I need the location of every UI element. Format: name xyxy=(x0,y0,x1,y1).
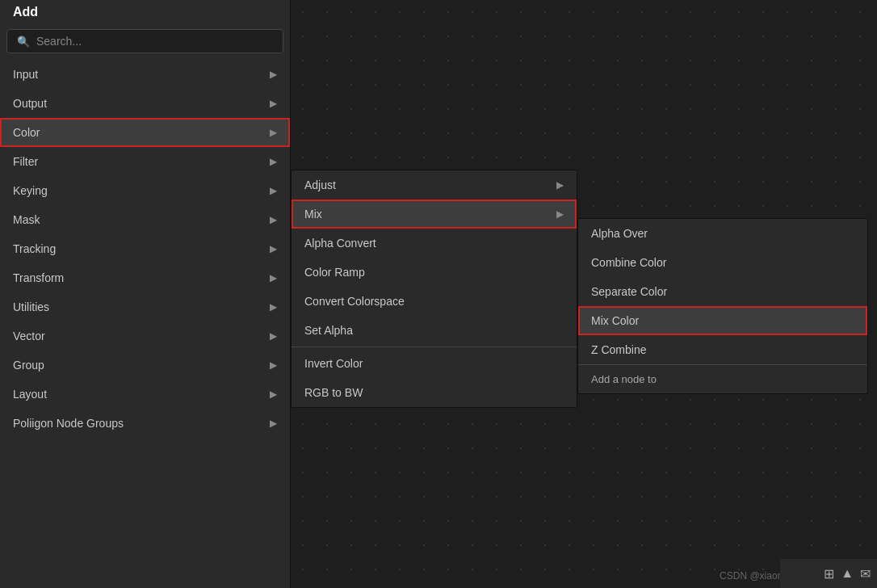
arrow-icon: ▶ xyxy=(556,179,564,191)
arrow-icon: ▶ xyxy=(270,388,277,400)
menu-item-tracking[interactable]: Tracking ▶ xyxy=(0,234,290,263)
menu-item-filter[interactable]: Filter ▶ xyxy=(0,147,290,176)
bottom-toolbar: ⊞ ▲ ✉ xyxy=(780,559,877,588)
grid-icon[interactable]: ⊞ xyxy=(824,566,834,582)
menu-item-mask[interactable]: Mask ▶ xyxy=(0,205,290,234)
submenu-item-adjust[interactable]: Adjust ▶ xyxy=(292,170,577,200)
upload-icon[interactable]: ▲ xyxy=(841,566,854,581)
arrow-icon: ▶ xyxy=(270,214,277,225)
arrow-icon: ▶ xyxy=(556,208,564,220)
mail-icon[interactable]: ✉ xyxy=(860,566,871,582)
menu-item-vector[interactable]: Vector ▶ xyxy=(0,321,290,351)
arrow-icon: ▶ xyxy=(270,156,277,167)
arrow-icon: ▶ xyxy=(270,127,277,138)
submenu-item-alpha-convert[interactable]: Alpha Convert xyxy=(292,229,577,258)
submenu-item-alpha-over[interactable]: Alpha Over xyxy=(578,219,867,248)
submenu-item-convert-colorspace[interactable]: Convert Colorspace xyxy=(292,287,577,316)
arrow-icon: ▶ xyxy=(270,330,277,342)
arrow-icon: ▶ xyxy=(270,418,277,429)
submenu-item-mix[interactable]: Mix ▶ xyxy=(292,200,577,229)
menu-item-keying[interactable]: Keying ▶ xyxy=(0,176,290,205)
tooltip-text: Add a node to xyxy=(578,364,867,393)
submenu-item-invert-color[interactable]: Invert Color xyxy=(292,349,577,378)
arrow-icon: ▶ xyxy=(270,98,277,109)
mix-submenu: Alpha Over Combine Color Separate Color … xyxy=(577,218,868,394)
arrow-icon: ▶ xyxy=(270,359,277,371)
menu-item-output[interactable]: Output ▶ xyxy=(0,89,290,118)
arrow-icon: ▶ xyxy=(270,301,277,313)
color-submenu: Adjust ▶ Mix ▶ Alpha Convert Color Ramp … xyxy=(291,170,577,408)
menu-item-group[interactable]: Group ▶ xyxy=(0,351,290,380)
arrow-icon: ▶ xyxy=(270,185,277,196)
submenu-item-separate-color[interactable]: Separate Color xyxy=(578,277,867,306)
menu-item-input[interactable]: Input ▶ xyxy=(0,60,290,89)
arrow-icon: ▶ xyxy=(270,243,277,254)
submenu-item-combine-color[interactable]: Combine Color xyxy=(578,248,867,277)
submenu-item-z-combine[interactable]: Z Combine xyxy=(578,335,867,364)
menu-item-transform[interactable]: Transform ▶ xyxy=(0,263,290,292)
submenu-item-set-alpha[interactable]: Set Alpha xyxy=(292,316,577,345)
main-menu-panel: Add 🔍 Search... Input ▶ Output ▶ Color ▶… xyxy=(0,0,291,588)
menu-item-layout[interactable]: Layout ▶ xyxy=(0,380,290,409)
search-icon: 🔍 xyxy=(17,36,30,48)
arrow-icon: ▶ xyxy=(270,272,277,284)
submenu-item-mix-color[interactable]: Mix Color xyxy=(578,306,867,335)
submenu-item-rgb-to-bw[interactable]: RGB to BW xyxy=(292,378,577,407)
menu-item-color[interactable]: Color ▶ xyxy=(0,118,290,147)
arrow-icon: ▶ xyxy=(270,69,277,80)
menu-item-poliigon[interactable]: Poliigon Node Groups ▶ xyxy=(0,409,290,438)
menu-title: Add xyxy=(0,0,290,26)
search-box[interactable]: 🔍 Search... xyxy=(6,29,283,53)
search-placeholder: Search... xyxy=(36,35,82,48)
submenu-item-color-ramp[interactable]: Color Ramp xyxy=(292,258,577,287)
menu-item-utilities[interactable]: Utilities ▶ xyxy=(0,292,290,321)
